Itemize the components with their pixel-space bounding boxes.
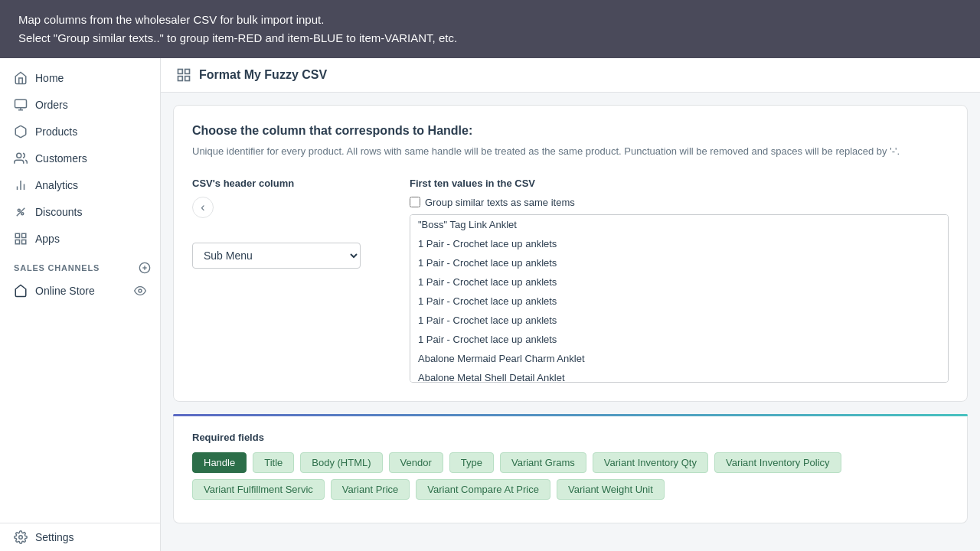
svg-point-17 — [139, 289, 142, 292]
required-field-tag[interactable]: Handle — [192, 452, 247, 473]
required-field-tag[interactable]: Variant Inventory Policy — [714, 452, 841, 473]
svg-point-18 — [19, 536, 23, 540]
csv-header-label: CSV's header column — [192, 178, 391, 189]
csv-values-list[interactable]: "Boss" Tag Link Anklet1 Pair - Crochet l… — [410, 214, 949, 383]
svg-rect-21 — [178, 77, 183, 81]
customers-icon — [14, 152, 28, 165]
list-item[interactable]: Abalone Mermaid Pearl Charm Anklet — [410, 349, 948, 368]
required-field-tag[interactable]: Variant Inventory Qty — [593, 452, 708, 473]
list-item[interactable]: Abalone Metal Shell Detail Anklet — [410, 368, 948, 383]
sidebar-item-customers[interactable]: Customers — [5, 145, 155, 171]
group-checkbox-row: Group similar texts as same items — [410, 197, 949, 208]
sub-menu-select[interactable]: Sub Menu — [192, 243, 361, 269]
back-chevron[interactable]: ‹ — [192, 197, 214, 218]
sidebar-item-settings[interactable]: Settings — [5, 524, 155, 550]
svg-rect-12 — [15, 240, 19, 244]
sidebar-label-home: Home — [35, 72, 64, 84]
settings-icon — [14, 530, 28, 544]
group-checkbox[interactable] — [410, 197, 420, 207]
list-item[interactable]: 1 Pair - Crochet lace up anklets — [410, 253, 948, 272]
svg-rect-22 — [185, 77, 190, 81]
sidebar-label-apps: Apps — [35, 233, 60, 245]
required-field-tag[interactable]: Variant Fulfillment Servic — [192, 479, 325, 500]
list-item[interactable]: 1 Pair - Crochet lace up anklets — [410, 311, 948, 330]
columns-grid: CSV's header column ‹ Sub Menu First ten… — [192, 178, 949, 383]
required-field-tag[interactable]: Variant Weight Unit — [557, 479, 665, 500]
required-field-tag[interactable]: Title — [253, 452, 294, 473]
main-content: Format My Fuzzy CSV Choose the column th… — [161, 58, 980, 551]
sidebar-item-online-store[interactable]: Online Store — [5, 278, 155, 304]
svg-rect-13 — [22, 240, 26, 244]
first-ten-label: First ten values in the CSV — [410, 178, 949, 189]
required-field-tag[interactable]: Body (HTML) — [300, 452, 382, 473]
apps-icon — [14, 232, 28, 246]
page-header: Format My Fuzzy CSV — [161, 58, 980, 93]
svg-point-3 — [17, 153, 21, 158]
column-label: Choose the column that corresponds to Ha… — [192, 124, 949, 138]
top-banner: Map columns from the wholesaler CSV for … — [0, 0, 980, 58]
home-icon — [14, 71, 28, 85]
sidebar-item-home[interactable]: Home — [5, 65, 155, 91]
sidebar: Home Orders Products Customers — [0, 58, 161, 551]
analytics-icon — [14, 178, 28, 192]
required-field-tag[interactable]: Vendor — [389, 452, 443, 473]
banner-line2: Select "Group similar texts.." to group … — [18, 29, 962, 47]
products-icon — [14, 125, 28, 139]
sidebar-item-apps[interactable]: Apps — [5, 226, 155, 252]
sidebar-label-analytics: Analytics — [35, 179, 78, 191]
sales-channels-section: SALES CHANNELS — [0, 253, 160, 277]
list-item[interactable]: 1 Pair - Crochet lace up anklets — [410, 234, 948, 253]
list-item[interactable]: 1 Pair - Crochet lace up anklets — [410, 292, 948, 311]
sidebar-item-orders[interactable]: Orders — [5, 92, 155, 118]
sidebar-label-discounts: Discounts — [35, 206, 82, 218]
page-title: Format My Fuzzy CSV — [199, 68, 327, 82]
settings-label: Settings — [35, 531, 74, 543]
discounts-icon — [14, 205, 28, 219]
store-icon — [14, 284, 28, 298]
required-fields-section: Required fields HandleTitleBody (HTML)Ve… — [173, 416, 968, 523]
sidebar-label-orders: Orders — [35, 99, 68, 111]
main-card: Choose the column that corresponds to Ha… — [173, 105, 968, 402]
add-sales-channel-icon[interactable] — [139, 262, 151, 274]
required-fields-label: Required fields — [192, 432, 949, 443]
orders-icon — [14, 98, 28, 112]
eye-icon[interactable] — [134, 285, 146, 297]
format-csv-icon — [176, 67, 191, 83]
required-field-tag[interactable]: Variant Grams — [500, 452, 586, 473]
required-tags-row: HandleTitleBody (HTML)VendorTypeVariant … — [192, 452, 949, 500]
sales-channels-label: SALES CHANNELS — [14, 263, 100, 272]
sidebar-label-products: Products — [35, 126, 77, 138]
group-checkbox-label: Group similar texts as same items — [425, 197, 575, 208]
svg-rect-19 — [178, 70, 183, 74]
csv-header-col: CSV's header column ‹ Sub Menu — [192, 178, 391, 269]
svg-rect-20 — [185, 70, 190, 74]
sidebar-item-analytics[interactable]: Analytics — [5, 172, 155, 198]
required-field-tag[interactable]: Variant Price — [331, 479, 410, 500]
required-field-tag[interactable]: Variant Compare At Price — [416, 479, 550, 500]
list-item[interactable]: 1 Pair - Crochet lace up anklets — [410, 272, 948, 292]
svg-rect-0 — [15, 99, 27, 108]
sidebar-item-discounts[interactable]: Discounts — [5, 199, 155, 225]
first-ten-col: First ten values in the CSV Group simila… — [410, 178, 949, 383]
required-field-tag[interactable]: Type — [449, 452, 494, 473]
sidebar-label-customers: Customers — [35, 152, 87, 165]
list-item[interactable]: 1 Pair - Crochet lace up anklets — [410, 330, 948, 349]
svg-point-7 — [18, 209, 20, 211]
banner-line1: Map columns from the wholesaler CSV for … — [18, 11, 962, 29]
column-desc: Unique identifier for every product. All… — [192, 144, 949, 159]
list-item[interactable]: "Boss" Tag Link Anklet — [410, 215, 948, 234]
svg-rect-10 — [15, 233, 19, 237]
online-store-label: Online Store — [35, 285, 95, 297]
svg-rect-11 — [22, 233, 26, 237]
svg-point-8 — [21, 213, 24, 215]
sidebar-item-products[interactable]: Products — [5, 119, 155, 145]
